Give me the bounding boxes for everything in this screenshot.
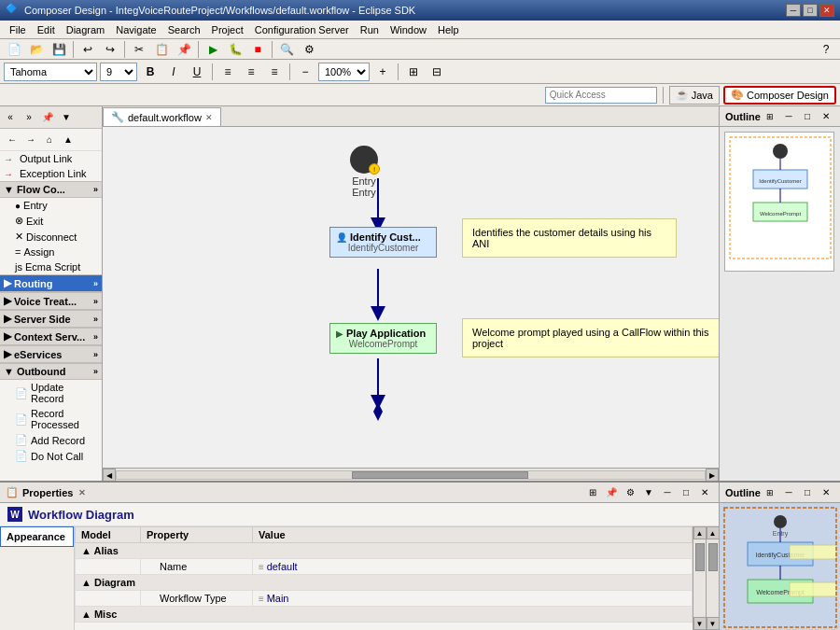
props-btn2[interactable]: 📌 <box>603 484 620 501</box>
editor-tab-default-workflow[interactable]: 🔧 default.workflow ✕ <box>103 107 221 126</box>
outline-bottom-minimize[interactable]: ─ <box>780 484 797 501</box>
outline-bottom-toolbar-btn[interactable]: ⊞ <box>762 484 778 501</box>
pin-button[interactable]: 📌 <box>39 109 56 126</box>
quick-access-input[interactable] <box>545 87 657 104</box>
maximize-button[interactable]: □ <box>803 4 818 17</box>
italic-button[interactable]: I <box>163 62 184 82</box>
hscroll-track[interactable] <box>116 470 706 480</box>
section-flow-co[interactable]: ▼ Flow Co... » <box>0 181 102 198</box>
menu-item-window[interactable]: Window <box>385 22 432 37</box>
props-btn4[interactable]: ▼ <box>640 484 657 501</box>
cut-button[interactable]: ✂ <box>129 39 149 60</box>
home-nav-button[interactable]: ⌂ <box>41 132 58 148</box>
forward-nav-button[interactable]: → <box>22 132 39 148</box>
editor-canvas[interactable]: Entry ! Entry 👤 Identify Cust... Identif… <box>103 127 719 468</box>
props-vscroll2-up[interactable]: ▲ <box>707 526 720 539</box>
section-outbound[interactable]: ▼ Outbound » <box>0 363 102 380</box>
copy-button[interactable]: 📋 <box>151 39 172 60</box>
minimize-button[interactable]: ─ <box>786 4 801 17</box>
sidebar-item-add-record[interactable]: 📄 Add Record <box>0 432 102 448</box>
sidebar-item-do-not-call[interactable]: 📄 Do Not Call <box>0 448 102 464</box>
align-left-button[interactable]: ≡ <box>217 62 238 82</box>
outline-maximize-button[interactable]: □ <box>799 108 816 125</box>
menu-item-diagram[interactable]: Diagram <box>61 22 111 37</box>
underline-button[interactable]: U <box>187 62 207 82</box>
section-context-serv[interactable]: ▶ Context Serv... » <box>0 328 102 345</box>
sidebar-item-exit[interactable]: ⊗ Exit <box>0 213 102 229</box>
props-maximize-button[interactable]: □ <box>678 484 694 501</box>
zoom-in-button[interactable]: + <box>372 62 393 82</box>
props-btn3[interactable]: ⚙ <box>622 484 638 501</box>
sidebar-item-assign[interactable]: = Assign <box>0 245 102 259</box>
play-application-node[interactable]: ▶ Play Application WelcomePrompt <box>329 323 437 354</box>
menu-item-help[interactable]: Help <box>432 22 465 37</box>
sidebar-item-update-record[interactable]: 📄 Update Record <box>0 380 102 406</box>
editor-tab-close[interactable]: ✕ <box>205 113 213 122</box>
section-eservices[interactable]: ▶ eServices » <box>0 345 102 363</box>
menu-item-run[interactable]: Run <box>355 22 385 37</box>
left-panel-settings[interactable]: ▼ <box>58 109 75 126</box>
snap-button[interactable]: ⊟ <box>427 62 447 82</box>
undo-button[interactable]: ↩ <box>77 39 98 60</box>
hscroll-right-button[interactable]: ▶ <box>706 469 719 482</box>
props-minimize-button[interactable]: ─ <box>659 484 676 501</box>
align-right-button[interactable]: ≡ <box>264 62 285 82</box>
zoom-select[interactable]: 100% <box>318 63 370 81</box>
menu-item-configuration-server[interactable]: Configuration Server <box>249 22 355 37</box>
menu-item-navigate[interactable]: Navigate <box>110 22 161 37</box>
sidebar-item-record-processed[interactable]: 📄 Record Processed <box>0 406 102 432</box>
props-close-button[interactable]: ✕ <box>696 484 713 501</box>
outline-bottom-maximize[interactable]: □ <box>799 484 816 501</box>
props-vscroll2-down[interactable]: ▼ <box>707 617 720 630</box>
grid-button[interactable]: ⊞ <box>403 62 424 82</box>
align-center-button[interactable]: ≡ <box>241 62 261 82</box>
props-row-name[interactable]: Name ≡ default <box>76 559 693 575</box>
section-routing[interactable]: ▶ Routing » <box>0 274 102 292</box>
settings-button[interactable]: ⚙ <box>299 39 319 60</box>
sidebar-item-entry[interactable]: ● Entry <box>0 198 102 213</box>
menu-item-file[interactable]: File <box>4 22 32 37</box>
outline-bottom-close[interactable]: ✕ <box>818 484 834 501</box>
hscroll-thumb[interactable] <box>352 471 528 479</box>
sidebar-item-exception-link[interactable]: → Exception Link <box>0 166 102 181</box>
search-button[interactable]: 🔍 <box>276 39 297 60</box>
debug-button[interactable]: 🐛 <box>225 39 245 60</box>
help-button[interactable]: ? <box>816 39 836 60</box>
outline-minimize-button[interactable]: ─ <box>780 108 797 125</box>
zoom-out-button[interactable]: − <box>295 62 315 82</box>
font-name-select[interactable]: Tahoma <box>4 63 97 81</box>
sidebar-item-disconnect[interactable]: ✕ Disconnect <box>0 229 102 245</box>
sidebar-item-output-link[interactable]: → Output Link <box>0 151 102 166</box>
properties-table-area[interactable]: Model Property Value ▲ Alias Name <box>75 526 693 630</box>
sidebar-item-ecma-script[interactable]: js Ecma Script <box>0 259 102 274</box>
identify-customer-node[interactable]: 👤 Identify Cust... IdentifyCustomer <box>329 227 437 258</box>
props-vscroll-thumb[interactable] <box>695 543 705 571</box>
font-size-select[interactable]: 9 <box>100 63 137 81</box>
menu-item-search[interactable]: Search <box>162 22 206 37</box>
run-button[interactable]: ▶ <box>203 39 223 60</box>
back-nav-button[interactable]: ← <box>4 132 21 148</box>
props-vscroll-down[interactable]: ▼ <box>693 617 707 630</box>
stop-button[interactable]: ■ <box>247 39 268 60</box>
section-server-side[interactable]: ▶ Server Side » <box>0 310 102 328</box>
bold-button[interactable]: B <box>140 62 161 82</box>
menu-item-project[interactable]: Project <box>206 22 249 37</box>
close-button[interactable]: ✕ <box>819 4 834 17</box>
redo-button[interactable]: ↪ <box>100 39 120 60</box>
outline-close-button[interactable]: ✕ <box>818 108 834 125</box>
expand-all-button[interactable]: » <box>21 109 37 126</box>
collapse-all-button[interactable]: « <box>2 109 19 126</box>
props-sidebar-appearance[interactable]: Appearance <box>0 526 74 547</box>
java-perspective-button[interactable]: ☕ Java <box>669 86 720 105</box>
outline-toolbar-btn1[interactable]: ⊞ <box>762 108 778 125</box>
props-row-workflow-type[interactable]: Workflow Type ≡ Main <box>76 591 693 607</box>
new-button[interactable]: 📄 <box>4 39 24 60</box>
props-btn1[interactable]: ⊞ <box>584 484 601 501</box>
menu-item-edit[interactable]: Edit <box>32 22 61 37</box>
save-button[interactable]: 💾 <box>49 39 69 60</box>
section-voice-treat[interactable]: ▶ Voice Treat... » <box>0 292 102 310</box>
open-button[interactable]: 📂 <box>26 39 47 60</box>
paste-button[interactable]: 📌 <box>174 39 194 60</box>
hscroll-left-button[interactable]: ◀ <box>103 469 116 482</box>
up-nav-button[interactable]: ▲ <box>60 132 77 148</box>
